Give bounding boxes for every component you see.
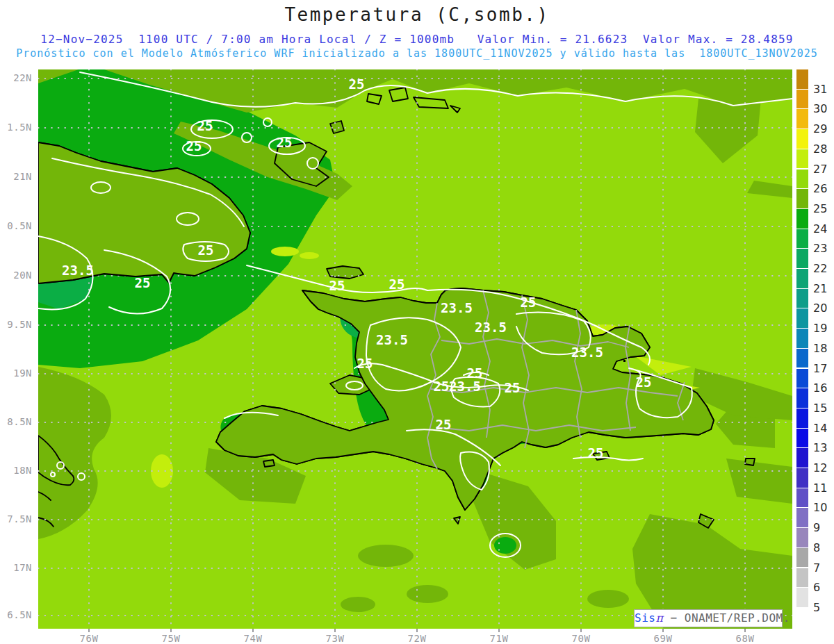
colorbar-block bbox=[796, 308, 808, 329]
colorbar-label: 30 bbox=[813, 102, 827, 115]
subtitle-line-2: Pronóstico con el Modelo Atmósferico WRF… bbox=[0, 47, 834, 60]
colorbar-block bbox=[796, 568, 808, 588]
colorbar-label: 9 bbox=[813, 521, 820, 534]
subtitle-line-1: 12−Nov−2025 1100 UTC / 7:00 am Hora Loca… bbox=[0, 33, 834, 46]
colorbar-label: 20 bbox=[813, 302, 827, 315]
x-axis-label: 69W bbox=[646, 629, 680, 644]
colorbar-label: 8 bbox=[813, 541, 820, 554]
colorbar-block bbox=[796, 408, 808, 429]
mona-island bbox=[745, 459, 755, 465]
x-axis-label: 73W bbox=[318, 629, 352, 644]
contour-label: 25 bbox=[434, 379, 450, 394]
contour-label: 25 bbox=[636, 374, 652, 390]
contour-label: 25 bbox=[389, 276, 405, 292]
colorbar-label: 17 bbox=[813, 362, 827, 375]
contour-label: 23.5 bbox=[475, 320, 507, 335]
colorbar-label: 16 bbox=[813, 381, 827, 395]
contour-label: 25 bbox=[329, 278, 345, 293]
attribution-text: − ONAMET/REP.DOM. bbox=[663, 611, 790, 625]
contour-label: 25 bbox=[357, 356, 373, 371]
colorbar-block bbox=[796, 170, 808, 190]
colorbar-block bbox=[796, 249, 808, 269]
colorbar-block bbox=[796, 209, 808, 229]
colorbar-label: 6 bbox=[813, 581, 820, 594]
colorbar-block bbox=[796, 129, 808, 149]
attribution-box: Sisπ − ONAMET/REP.DOM. bbox=[634, 609, 783, 627]
colorbar-label: 15 bbox=[813, 402, 827, 415]
contour-label: 25 bbox=[349, 76, 365, 92]
contour-label: 23.5 bbox=[376, 332, 408, 347]
colorbar-label: 29 bbox=[813, 122, 827, 135]
colorbar-block bbox=[796, 369, 808, 389]
colorbar-block bbox=[796, 69, 808, 90]
colorbar-label: 18 bbox=[813, 342, 827, 355]
colorbar-label: 26 bbox=[813, 182, 827, 195]
colorbar-label: 25 bbox=[813, 202, 827, 215]
contour-label: 23.5 bbox=[449, 379, 481, 394]
colorbar-label: 14 bbox=[813, 422, 827, 435]
colorbar-label: 13 bbox=[813, 441, 827, 454]
colorbar-block bbox=[796, 329, 808, 349]
x-axis-label: 70W bbox=[564, 629, 598, 644]
colorbar-label: 7 bbox=[813, 561, 820, 575]
colorbar-block bbox=[796, 349, 808, 369]
contour-label: 25 bbox=[588, 445, 604, 461]
colorbar-label: 23 bbox=[813, 242, 827, 255]
colorbar-label: 5 bbox=[813, 601, 820, 614]
colorbar-block bbox=[796, 289, 808, 309]
colorbar-block bbox=[796, 608, 808, 628]
y-axis-label: 19N bbox=[0, 368, 32, 379]
contour-label: 25 bbox=[198, 242, 214, 258]
contour-label: 25 bbox=[186, 138, 202, 154]
colorbar-label: 19 bbox=[813, 322, 827, 335]
colorbar-block bbox=[796, 588, 808, 608]
colorbar-block bbox=[796, 429, 808, 449]
colorbar-block bbox=[796, 508, 808, 528]
colorbar-label: 31 bbox=[813, 83, 827, 96]
colorbar-block bbox=[796, 149, 808, 170]
colorbar-block bbox=[796, 488, 808, 509]
colorbar-block bbox=[796, 528, 808, 548]
colorbar-block bbox=[796, 448, 808, 468]
contour-label: 25 bbox=[135, 275, 151, 290]
colorbar-block bbox=[796, 109, 808, 129]
colorbar-label: 11 bbox=[813, 481, 827, 495]
colorbar-block bbox=[796, 189, 808, 209]
tortuga-island bbox=[327, 266, 363, 279]
contour-label: 25 bbox=[197, 118, 213, 133]
temperature-map: 252525252523.525252523.52523.523.523.525… bbox=[38, 69, 792, 629]
y-axis-label: 18N bbox=[0, 465, 32, 476]
y-axis-label: 22N bbox=[0, 72, 32, 83]
colorbar-label: 22 bbox=[813, 262, 827, 275]
contour-label: 23.5 bbox=[62, 263, 94, 278]
y-axis-label: 8.5N bbox=[0, 416, 32, 427]
colorbar-label: 10 bbox=[813, 501, 827, 514]
colorbar-label: 21 bbox=[813, 282, 827, 295]
x-axis-label: 76W bbox=[72, 629, 106, 644]
y-axis-label: 21N bbox=[0, 171, 32, 182]
contour-label: 25 bbox=[436, 417, 452, 432]
attribution-pi-icon: π bbox=[655, 611, 663, 625]
x-axis-label: 74W bbox=[236, 629, 270, 644]
y-axis-label: 1.5N bbox=[0, 122, 32, 133]
colorbar-block bbox=[796, 90, 808, 110]
ile-a-vache bbox=[263, 460, 275, 467]
colorbar-block bbox=[796, 269, 808, 289]
colorbar-label: 24 bbox=[813, 222, 827, 236]
contour-label: 23.5 bbox=[571, 345, 603, 360]
contour-label: 23.5 bbox=[441, 300, 473, 315]
contour-label: 25 bbox=[505, 380, 521, 395]
colorbar-label: 27 bbox=[813, 163, 827, 176]
colorbar-block bbox=[796, 229, 808, 249]
colorbar-label: 28 bbox=[813, 142, 827, 156]
x-axis-label: 68W bbox=[728, 629, 762, 644]
contour-label: 25 bbox=[277, 135, 293, 150]
y-axis-label: 6.5N bbox=[0, 609, 32, 620]
colorbar-block bbox=[796, 468, 808, 488]
x-axis-label: 75W bbox=[154, 629, 188, 644]
attribution-sis: Sis bbox=[635, 611, 655, 625]
contour-label: 25 bbox=[521, 295, 537, 310]
x-axis-label: 72W bbox=[400, 629, 434, 644]
y-axis-label: 20N bbox=[0, 270, 32, 281]
weather-map-page: Temperatura (C,somb.) 12−Nov−2025 1100 U… bbox=[0, 0, 834, 644]
